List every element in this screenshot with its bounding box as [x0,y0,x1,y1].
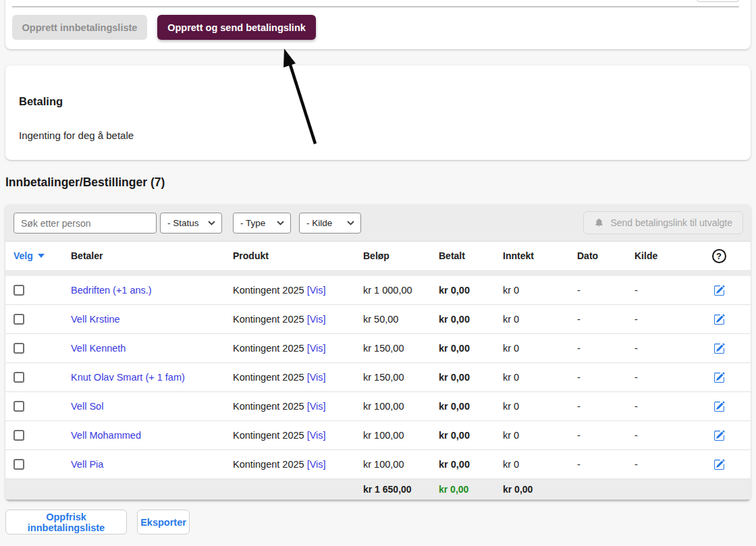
paid-cell: kr 0,00 [439,401,503,412]
table-header-row: Velg Betaler Produkt Beløp Betalt Inntek… [5,242,751,270]
top-actions-card: Opprett innbetalingsliste Opprett og sen… [5,0,751,49]
vis-link[interactable]: [Vis] [307,343,326,354]
income-cell: kr 0 [503,430,577,441]
vis-link[interactable]: [Vis] [307,459,326,470]
paid-cell: kr 0,00 [439,430,503,441]
payer-link[interactable]: Knut Olav Smart (+ 1 fam) [71,372,185,383]
type-filter-select[interactable]: - Type [233,213,291,234]
refresh-payment-list-button[interactable]: Oppfrisk innbetalingsliste [5,510,127,535]
source-cell: - [634,372,687,383]
edit-icon[interactable] [713,430,725,441]
header-betaler: Betaler [71,250,233,261]
header-dato: Dato [577,250,634,261]
product-name: Kontingent 2025 [233,459,304,470]
product-name: Kontingent 2025 [233,401,304,412]
vis-link[interactable]: [Vis] [307,285,326,296]
amount-cell: kr 1 000,00 [363,285,439,296]
date-cell: - [577,343,634,354]
product-name: Kontingent 2025 [233,372,304,383]
date-cell: - [577,285,634,296]
source-filter-select[interactable]: - Kilde [299,213,361,234]
row-checkbox[interactable] [14,314,24,325]
bell-icon [594,217,604,228]
export-button[interactable]: Eksporter [137,510,190,535]
income-cell: kr 0 [503,343,577,354]
row-checkbox[interactable] [14,343,24,354]
total-paid: kr 0,00 [439,484,503,495]
row-checkbox[interactable] [14,401,24,412]
edit-icon[interactable] [713,285,725,296]
date-cell: - [577,459,634,470]
row-checkbox[interactable] [14,285,24,296]
edit-icon[interactable] [713,343,725,354]
vis-link[interactable]: [Vis] [307,372,326,383]
date-cell: - [577,314,634,325]
amount-cell: kr 100,00 [363,401,439,412]
total-amount: kr 1 650,00 [363,484,439,495]
vis-link[interactable]: [Vis] [307,401,326,412]
select-all-header[interactable]: Velg [5,250,71,261]
header-kilde: Kilde [634,250,687,261]
payments-section-title: Innbetalinger/Bestillinger (7) [5,175,165,190]
search-input[interactable] [14,213,157,234]
amount-cell: kr 100,00 [363,459,439,470]
row-checkbox[interactable] [14,459,24,470]
status-filter-value: - Status [167,218,199,228]
cropped-top-right-control [697,0,739,2]
product-name: Kontingent 2025 [233,285,304,296]
date-cell: - [577,372,634,383]
source-cell: - [634,343,687,354]
table-row: Vell Pia Kontingent 2025[Vis] kr 100,00 … [5,450,751,479]
row-checkbox[interactable] [14,372,24,383]
date-cell: - [577,401,634,412]
edit-icon[interactable] [713,372,725,383]
paid-cell: kr 0,00 [439,314,503,325]
table-row: Vell Kenneth Kontingent 2025[Vis] kr 150… [5,334,751,363]
caret-down-icon [38,254,45,258]
payer-link[interactable]: Vell Mohammed [71,430,141,441]
status-filter-select[interactable]: - Status [160,213,222,234]
header-separator [5,270,751,276]
totals-row: kr 1 650,00 kr 0,00 kr 0,00 [5,479,751,499]
product-name: Kontingent 2025 [233,343,304,354]
source-filter-value: - Kilde [306,218,332,228]
edit-icon[interactable] [713,401,725,412]
vis-link[interactable]: [Vis] [307,430,326,441]
source-cell: - [634,430,687,441]
header-betalt: Betalt [439,250,503,261]
create-payment-list-button[interactable]: Opprett innbetalingsliste [12,15,147,40]
table-row: Vell Sol Kontingent 2025[Vis] kr 100,00 … [5,392,751,421]
send-paymentlink-label: Send betalingslink til utvalgte [610,217,732,228]
paid-cell: kr 0,00 [439,343,503,354]
edit-icon[interactable] [713,314,725,325]
payer-link[interactable]: Vell Sol [71,401,103,412]
table-body: Bedriften (+1 ans.) Kontingent 2025[Vis]… [5,276,751,479]
betaling-empty-message: Ingenting for deg å betale [19,130,737,141]
total-income: kr 0,00 [503,484,577,495]
type-filter-value: - Type [240,218,265,228]
send-paymentlink-selected-button[interactable]: Send betalingslink til utvalgte [583,211,743,234]
header-inntekt: Inntekt [503,250,577,261]
paid-cell: kr 0,00 [439,372,503,383]
income-cell: kr 0 [503,401,577,412]
chevron-down-icon [277,221,284,225]
edit-icon[interactable] [713,459,725,470]
amount-cell: kr 50,00 [363,314,439,325]
source-cell: - [634,459,687,470]
income-cell: kr 0 [503,372,577,383]
product-name: Kontingent 2025 [233,430,304,441]
betaling-card: Betaling Ingenting for deg å betale [5,65,751,160]
payer-link[interactable]: Vell Krstine [71,314,120,325]
payer-link[interactable]: Vell Pia [71,459,103,470]
payer-link[interactable]: Vell Kenneth [71,343,126,354]
paid-cell: kr 0,00 [439,459,503,470]
paid-cell: kr 0,00 [439,285,503,296]
payer-link[interactable]: Bedriften (+1 ans.) [71,285,152,296]
create-send-paymentlink-button[interactable]: Opprett og send betalingslink [157,15,316,40]
row-checkbox[interactable] [14,430,24,441]
header-produkt: Produkt [233,250,363,261]
amount-cell: kr 100,00 [363,430,439,441]
question-mark-icon[interactable]: ? [712,249,726,263]
vis-link[interactable]: [Vis] [307,314,326,325]
source-cell: - [634,285,687,296]
